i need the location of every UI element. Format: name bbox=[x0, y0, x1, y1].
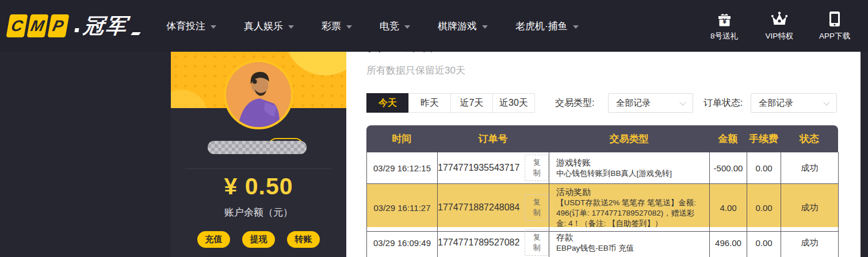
order-number: 1774771935543717 bbox=[438, 163, 519, 173]
balance-label: 账户余额（元） bbox=[171, 206, 346, 219]
logo-tail-dash bbox=[131, 32, 141, 35]
menu-item-label: 体育投注 bbox=[166, 20, 205, 33]
table-row-highlighted: 03/29 16:11:27 1774771887248084 复制 活动奖励 … bbox=[366, 184, 838, 227]
tab-yesterday[interactable]: 昨天 bbox=[408, 93, 451, 113]
order-status-select[interactable]: 全部记录 bbox=[751, 93, 837, 113]
menu-item-sports[interactable]: 体育投注 bbox=[157, 0, 230, 52]
withdraw-button[interactable]: 提现 bbox=[242, 231, 275, 248]
quick-link-gift[interactable]: ¥ 8号送礼 bbox=[703, 11, 745, 41]
time-cell: 03/29 16:12:15 bbox=[367, 152, 438, 184]
page: C M P 冠军 体育投注 真人娱乐 彩票 电竞 棋牌游戏 老虎机·捕鱼 ¥ bbox=[0, 0, 868, 257]
quick-link-label: 8号送礼 bbox=[710, 31, 738, 41]
username-redacted bbox=[208, 141, 307, 154]
tab-last-30-days[interactable]: 近30天 bbox=[492, 93, 535, 113]
logo-letter-c: C bbox=[9, 17, 24, 35]
time-cell: 03/29 16:11:27 bbox=[367, 184, 438, 232]
type-title: 活动奖励 bbox=[556, 186, 591, 198]
quick-link-app[interactable]: APP下载 bbox=[814, 11, 855, 41]
fee-cell: 0.00 bbox=[747, 152, 781, 184]
date-range-tabs: 今天 昨天 近7天 近30天 bbox=[366, 93, 535, 113]
page-subtitle: 所有数据只保留近30天 bbox=[366, 64, 465, 77]
fee-cell: 0.00 bbox=[747, 227, 781, 257]
menu-item-lottery[interactable]: 彩票 bbox=[308, 0, 366, 52]
type-title: 游戏转账 bbox=[556, 157, 591, 168]
type-cell: 游戏转账 中心钱包转账到BB真人[游戏免转] bbox=[549, 152, 710, 184]
header-transaction-type: 交易类型 bbox=[549, 125, 709, 152]
crown-icon bbox=[771, 11, 788, 27]
svg-text:¥: ¥ bbox=[722, 17, 726, 25]
menu-item-live-casino[interactable]: 真人娱乐 bbox=[230, 0, 308, 52]
avatar[interactable] bbox=[224, 60, 293, 129]
transaction-type-label: 交易类型: bbox=[555, 93, 594, 113]
copy-button[interactable]: 复制 bbox=[525, 229, 549, 256]
selected-value: 全部记录 bbox=[759, 98, 793, 108]
menu-item-label: 真人娱乐 bbox=[244, 20, 283, 33]
type-cell: 活动奖励 【USDT存款送2% 笔笔存 笔笔送】金额: 496(订单: 1774… bbox=[549, 184, 710, 232]
header-order-number: 订单号 bbox=[437, 125, 549, 152]
quick-link-label: VIP特权 bbox=[766, 31, 794, 41]
menu-item-slots-fishing[interactable]: 老虎机·捕鱼 bbox=[502, 0, 592, 52]
time-cell: 03/29 16:09:49 bbox=[367, 227, 438, 257]
tab-today[interactable]: 今天 bbox=[366, 93, 409, 113]
avatar-image bbox=[226, 62, 291, 127]
transactions-table: 时间 订单号 交易类型 金额 手续费 状态 03/29 16:12:15 177… bbox=[366, 125, 838, 257]
header-fee: 手续费 bbox=[747, 125, 781, 152]
menu-item-label: 棋牌游戏 bbox=[438, 20, 477, 33]
status-badge: 成功 bbox=[781, 227, 839, 257]
logo-brand-text: 冠军 bbox=[82, 12, 129, 40]
transfer-button[interactable]: 转账 bbox=[287, 231, 320, 248]
site-logo[interactable]: C M P 冠军 bbox=[8, 12, 140, 40]
chevron-down-icon bbox=[346, 25, 352, 29]
logo-dot bbox=[74, 28, 79, 32]
logo-letter-p: P bbox=[51, 17, 66, 35]
menu-item-esports[interactable]: 电竞 bbox=[366, 0, 424, 52]
top-navbar: C M P 冠军 体育投注 真人娱乐 彩票 电竞 棋牌游戏 老虎机·捕鱼 ¥ bbox=[0, 0, 868, 52]
order-cell: 1774771789527082 复制 bbox=[438, 227, 549, 257]
status-badge: 成功 bbox=[781, 152, 839, 184]
table-header: 时间 订单号 交易类型 金额 手续费 状态 bbox=[366, 125, 838, 152]
profile-card: VIP.2 ¥ 0.50 账户余额（元） 充值 提现 转账 bbox=[171, 52, 346, 257]
phone-icon bbox=[829, 11, 840, 27]
tab-last-7-days[interactable]: 近7天 bbox=[450, 93, 493, 113]
amount-cell: 4.00 bbox=[710, 184, 747, 232]
header-status: 状态 bbox=[781, 125, 838, 152]
chevron-down-icon bbox=[823, 99, 829, 105]
chevron-down-icon bbox=[482, 25, 488, 29]
deposit-button[interactable]: 充值 bbox=[197, 231, 230, 248]
amount-cell: 496.00 bbox=[710, 227, 747, 257]
order-number: 1774771887248084 bbox=[438, 202, 519, 213]
chevron-down-icon bbox=[573, 25, 579, 29]
quick-link-vip[interactable]: VIP特权 bbox=[759, 11, 800, 41]
menu-item-board-games[interactable]: 棋牌游戏 bbox=[424, 0, 502, 52]
order-cell: 1774771935543717 复制 bbox=[438, 152, 549, 184]
order-cell: 1774771887248084 复制 bbox=[438, 184, 549, 232]
type-title: 存款 bbox=[556, 232, 573, 243]
type-description: EBPay钱包-EB币 充值 bbox=[556, 243, 634, 254]
table-row: 03/29 16:12:15 1774771935543717 复制 游戏转账 … bbox=[366, 152, 838, 184]
logo-letter-m: M bbox=[29, 17, 46, 35]
transaction-type-select[interactable]: 全部记录 bbox=[608, 93, 693, 113]
chevron-down-icon bbox=[288, 25, 294, 29]
chevron-down-icon bbox=[679, 99, 686, 105]
type-cell: 存款 EBPay钱包-EB币 充值 bbox=[549, 227, 710, 257]
fee-cell: 0.00 bbox=[747, 184, 781, 232]
menu-item-label: 老虎机·捕鱼 bbox=[515, 20, 568, 33]
header-time: 时间 bbox=[366, 125, 437, 152]
status-badge: 成功 bbox=[781, 184, 839, 232]
main-panel: 资金 明细 所有数据只保留近30天 今天 昨天 近7天 近30天 交易类型: 全… bbox=[346, 52, 861, 257]
page-title: 资金 明细 bbox=[366, 52, 433, 55]
quick-links: ¥ 8号送礼 VIP特权 bbox=[703, 0, 855, 52]
quick-link-label: APP下载 bbox=[819, 31, 850, 41]
divider bbox=[185, 168, 332, 169]
filter-controls: 今天 昨天 近7天 近30天 交易类型: 全部记录 订单状态: 全部记录 bbox=[366, 93, 861, 113]
logo-letter-box: M bbox=[26, 14, 48, 37]
copy-button[interactable]: 复制 bbox=[525, 155, 549, 181]
selected-value: 全部记录 bbox=[616, 98, 651, 108]
header-amount: 金额 bbox=[709, 125, 747, 152]
main-menu: 体育投注 真人娱乐 彩票 电竞 棋牌游戏 老虎机·捕鱼 bbox=[157, 0, 592, 52]
copy-button[interactable]: 复制 bbox=[525, 194, 549, 221]
chevron-down-icon bbox=[404, 25, 410, 29]
amount-cell: -500.00 bbox=[710, 152, 747, 184]
type-description: 【USDT存款送2% 笔笔存 笔笔送】金额: 496(订单: 177477178… bbox=[556, 198, 702, 229]
gift-icon: ¥ bbox=[717, 11, 732, 27]
